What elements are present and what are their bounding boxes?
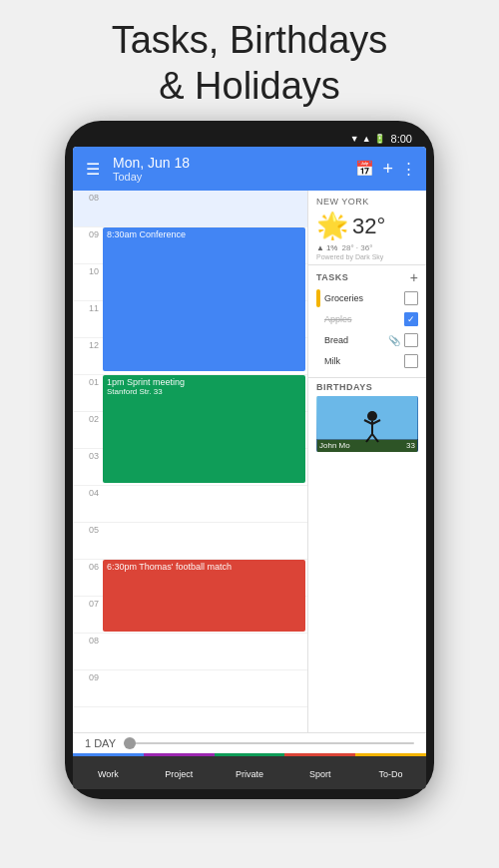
time-content-08b: [101, 634, 307, 669]
event-conference[interactable]: 8:30am Conference: [103, 227, 305, 371]
task-name-groceries: Groceries: [324, 293, 400, 303]
add-event-icon[interactable]: +: [382, 159, 393, 180]
weather-temp: 32°: [352, 214, 385, 239]
tasks-header: TASKS +: [316, 269, 418, 285]
weather-powered: Powered by Dark Sky: [316, 253, 418, 260]
time-content-08a: [101, 191, 307, 226]
event-area-sprint: 01 1pm Sprint meeting Stanford Str. 33 0…: [73, 375, 307, 486]
tab-work-bar: [73, 753, 144, 756]
menu-icon[interactable]: ☰: [83, 160, 103, 179]
tab-project-bar: [144, 753, 215, 756]
time-slot-09b: 09: [73, 670, 307, 707]
task-name-bread: Bread: [324, 335, 384, 345]
more-options-icon[interactable]: ⋮: [401, 160, 416, 178]
weather-sun-icon: 🌟: [316, 211, 348, 241]
event-conference-title: 8:30am Conference: [107, 229, 186, 239]
task-checkbox-milk[interactable]: [404, 354, 418, 368]
task-color-apples: [316, 310, 320, 328]
time-slot-05: 05: [73, 523, 307, 560]
toolbar-subtitle: Today: [113, 171, 345, 183]
tab-sport-label: Sport: [309, 758, 331, 789]
tab-sport[interactable]: Sport: [284, 753, 355, 789]
tab-private-bar: [215, 753, 285, 756]
tab-work[interactable]: Work: [73, 753, 144, 789]
time-label-05: 05: [73, 523, 101, 559]
calendar-icon[interactable]: 📅: [355, 160, 374, 178]
main-content: 08 09 8:30am Conference: [73, 191, 426, 732]
time-slot-06: 06 6:30pm Thomas' football match: [73, 560, 307, 597]
event-football-title: 6:30pm Thomas' football match: [107, 562, 301, 572]
time-label-09: 09: [73, 227, 101, 263]
time-label-02: 02: [73, 412, 101, 448]
tasks-title: TASKS: [316, 272, 348, 282]
task-name-milk: Milk: [324, 356, 400, 366]
tab-private[interactable]: Private: [215, 753, 285, 789]
task-checkbox-groceries[interactable]: [404, 291, 418, 305]
add-task-icon[interactable]: +: [410, 269, 418, 285]
wifi-icon: ▼: [350, 134, 359, 144]
time-content-09: 8:30am Conference: [101, 227, 307, 263]
task-color-bread: [316, 331, 320, 349]
time-label-11: 11: [73, 301, 101, 337]
day-view-label: 1 DAY: [85, 737, 116, 749]
time-label-09b: 09: [73, 670, 101, 706]
event-football[interactable]: 6:30pm Thomas' football match: [103, 560, 305, 632]
task-name-apples: Apples: [324, 314, 400, 324]
event-area-conference: 09 8:30am Conference 10 11: [73, 227, 307, 375]
tab-todo-bar: [355, 753, 426, 756]
signal-icon: ▲: [362, 134, 371, 144]
status-bar: ▼ ▲ 🔋 8:00: [73, 131, 426, 147]
weather-range: 28° · 36°: [341, 243, 372, 252]
weather-widget: NEW YORK 🌟 32° ▲ 1% 28° · 36° Powered by…: [308, 191, 426, 265]
time-label-08a: 08: [73, 191, 101, 226]
page-title: Tasks, Birthdays & Holidays: [20, 18, 479, 109]
task-item-apples: Apples: [316, 310, 418, 328]
birthday-person-info: John Mo 33: [316, 439, 418, 452]
tab-todo-label: To-Do: [379, 758, 403, 789]
task-item-milk: Milk: [316, 352, 418, 370]
time-label-07: 07: [73, 597, 101, 633]
tab-sport-bar: [284, 753, 355, 756]
tasks-widget: TASKS + Groceries Apples: [308, 265, 426, 378]
toolbar-title-area: Mon, Jun 18 Today: [113, 155, 345, 183]
time-slot-08a: 08: [73, 191, 307, 227]
event-sprint[interactable]: 1pm Sprint meeting Stanford Str. 33: [103, 375, 305, 483]
birthday-person-age: 33: [406, 441, 415, 450]
task-attachment-icon: 📎: [388, 335, 400, 346]
birthday-card[interactable]: John Mo 33: [316, 396, 418, 452]
time-slot-01: 01 1pm Sprint meeting Stanford Str. 33: [73, 375, 307, 412]
status-time: 8:00: [391, 133, 412, 145]
day-view-slider[interactable]: [124, 742, 414, 744]
screen: ☰ Mon, Jun 18 Today 📅 + ⋮ 08: [73, 147, 426, 789]
svg-point-2: [367, 411, 377, 421]
bottom-tabs: Work Project Private Sport To-Do: [73, 753, 426, 789]
task-checkbox-bread[interactable]: [404, 333, 418, 347]
page-title-area: Tasks, Birthdays & Holidays: [0, 0, 499, 121]
event-area-football: 06 6:30pm Thomas' football match 07: [73, 560, 307, 634]
time-slot-04: 04: [73, 486, 307, 523]
weather-details: ▲ 1% 28° · 36° Powered by Dark Sky: [316, 243, 418, 260]
time-content-09b: [101, 670, 307, 706]
time-content-01: 1pm Sprint meeting Stanford Str. 33: [101, 375, 307, 411]
time-content-05: [101, 523, 307, 559]
time-label-03: 03: [73, 449, 101, 485]
event-sprint-title: 1pm Sprint meeting: [107, 377, 301, 387]
weather-main: 🌟 32°: [316, 211, 418, 241]
toolbar-date: Mon, Jun 18: [113, 155, 345, 171]
tab-todo[interactable]: To-Do: [355, 753, 426, 789]
weather-precip: ▲ 1% 28° · 36°: [316, 243, 418, 252]
time-label-01: 01: [73, 375, 101, 411]
event-sprint-subtitle: Stanford Str. 33: [107, 387, 301, 396]
task-item-groceries: Groceries: [316, 289, 418, 307]
time-label-06: 06: [73, 560, 101, 596]
toolbar-actions: 📅 + ⋮: [355, 159, 416, 180]
task-checkbox-apples[interactable]: [404, 312, 418, 326]
time-label-04: 04: [73, 486, 101, 522]
calendar-panel[interactable]: 08 09 8:30am Conference: [73, 191, 308, 732]
slider-thumb: [124, 737, 136, 749]
tab-project-label: Project: [165, 758, 193, 789]
tab-project[interactable]: Project: [144, 753, 215, 789]
time-content-06: 6:30pm Thomas' football match: [101, 560, 307, 596]
tab-work-label: Work: [98, 758, 119, 789]
birthdays-title: BIRTHDAYS: [316, 382, 418, 392]
